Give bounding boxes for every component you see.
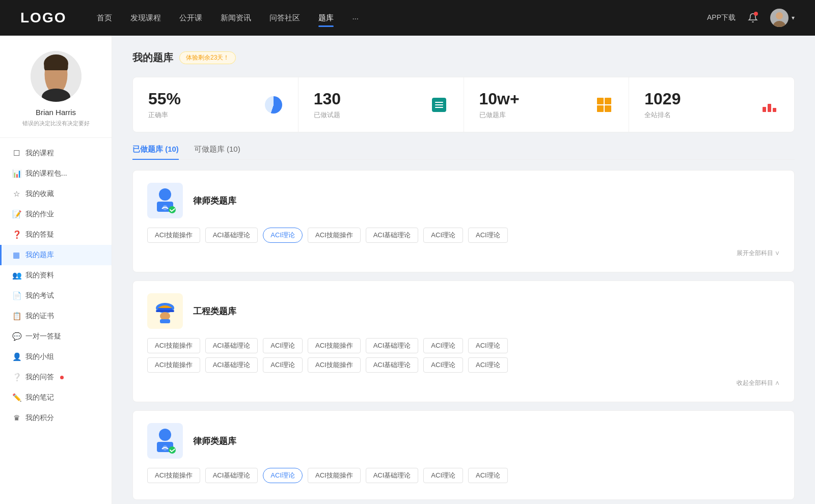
collapse-link-2[interactable]: 收起全部科目 ∧ — [147, 377, 780, 389]
bank-title-3: 律师类题库 — [193, 435, 236, 447]
svg-point-14 — [160, 312, 170, 320]
bank-card-3: 律师类题库 ACI技能操作 ACI基础理论 ACI理论 ACI技能操作 ACI基… — [132, 410, 795, 500]
stat-banks-done-label: 已做题库 — [479, 110, 520, 120]
tag-2-6[interactable]: ACI理论 — [423, 338, 463, 353]
stat-banks-done: 10w+ 已做题库 — [464, 77, 630, 132]
sidebar-menu: ☐ 我的课程 📊 我的课程包... ☆ 我的收藏 📝 我的作业 ❓ 我的答疑 ▦ — [0, 143, 112, 428]
nav-more[interactable]: ··· — [352, 12, 359, 24]
stat-accuracy-icon — [264, 96, 283, 114]
stat-bar-icon — [760, 96, 779, 114]
user-avatar-btn[interactable]: ▾ — [770, 9, 795, 27]
tag-2-7[interactable]: ACI理论 — [468, 338, 508, 353]
tab-available-banks[interactable]: 可做题库 (10) — [194, 145, 240, 159]
file-icon: ☐ — [12, 149, 20, 158]
tag-2-2[interactable]: ACI基础理论 — [205, 338, 258, 353]
sidebar-item-my-questions[interactable]: ❔ 我的问答 — [0, 367, 112, 387]
tag-2b-1[interactable]: ACI技能操作 — [147, 357, 200, 373]
sidebar-item-course-package[interactable]: 📊 我的课程包... — [0, 163, 112, 184]
file-text-icon: 📄 — [12, 291, 20, 300]
tag-2-1[interactable]: ACI技能操作 — [147, 338, 200, 353]
nav-menu: 首页 发现课程 公开课 新闻资讯 问答社区 题库 ··· — [97, 11, 707, 25]
expand-link-1[interactable]: 展开全部科目 ∨ — [147, 247, 780, 260]
sidebar-item-certificate[interactable]: 📋 我的证书 — [0, 306, 112, 326]
bank-card-1: 律师类题库 ACI技能操作 ACI基础理论 ACI理论 ACI技能操作 ACI基… — [132, 170, 795, 272]
stat-questions-done-label: 已做试题 — [314, 110, 341, 120]
sidebar-item-notes[interactable]: ✏️ 我的笔记 — [0, 387, 112, 408]
tag-2b-2[interactable]: ACI基础理论 — [205, 357, 258, 373]
tab-done-banks[interactable]: 已做题库 (10) — [132, 145, 179, 159]
sidebar-item-favorites[interactable]: ☆ 我的收藏 — [0, 184, 112, 204]
app-download-btn[interactable]: APP下载 — [707, 13, 736, 22]
sidebar-item-one-on-one[interactable]: 💬 一对一答疑 — [0, 326, 112, 347]
sidebar-item-my-courses[interactable]: ☐ 我的课程 — [0, 143, 112, 163]
stat-banks-done-value: 10w+ — [479, 90, 520, 108]
tag-1-5[interactable]: ACI基础理论 — [366, 228, 419, 243]
sidebar-item-question-bank[interactable]: ▦ 我的题库 — [0, 245, 112, 265]
tag-3-1[interactable]: ACI技能操作 — [147, 468, 200, 483]
tag-1-3[interactable]: ACI理论 — [263, 228, 303, 243]
tag-3-4[interactable]: ACI技能操作 — [308, 468, 361, 483]
tag-3-5[interactable]: ACI基础理论 — [366, 468, 419, 483]
tag-2b-5[interactable]: ACI基础理论 — [366, 357, 419, 373]
tag-2-4[interactable]: ACI技能操作 — [308, 338, 361, 353]
profile-motto: 错误的决定比没有决定要好 — [22, 120, 90, 127]
stat-ranking: 1029 全站排名 — [629, 77, 794, 132]
tag-3-6[interactable]: ACI理论 — [423, 468, 463, 483]
main-content: 我的题库 体验剩余23天！ 55% 正确率 130 已做试题 — [112, 36, 815, 504]
nav-open-course[interactable]: 公开课 — [179, 11, 202, 25]
note-icon: 📝 — [12, 210, 20, 219]
logo: LOGO — [20, 10, 66, 26]
avatar-chevron: ▾ — [792, 14, 795, 21]
tag-2b-7[interactable]: ACI理论 — [468, 357, 508, 373]
tag-2-5[interactable]: ACI基础理论 — [366, 338, 419, 353]
nav-question-bank[interactable]: 题库 — [318, 11, 334, 25]
sidebar-item-exam[interactable]: 📄 我的考试 — [0, 286, 112, 306]
sidebar-item-qa[interactable]: ❓ 我的答疑 — [0, 225, 112, 245]
sidebar-item-homework[interactable]: 📝 我的作业 — [0, 204, 112, 225]
nav-news[interactable]: 新闻资讯 — [221, 11, 251, 25]
bank-card-2: 工程类题库 ACI技能操作 ACI基础理论 ACI理论 ACI技能操作 ACI基… — [132, 281, 795, 402]
svg-rect-13 — [156, 310, 174, 312]
group-icon: 👤 — [12, 352, 20, 361]
tag-2b-6[interactable]: ACI理论 — [423, 357, 463, 373]
notification-dot — [754, 12, 758, 16]
nav-home[interactable]: 首页 — [97, 11, 112, 25]
tag-1-6[interactable]: ACI理论 — [423, 228, 463, 243]
tag-2-3[interactable]: ACI理论 — [263, 338, 303, 353]
bank-icon-lawyer-1 — [147, 183, 183, 218]
tag-3-2[interactable]: ACI基础理论 — [205, 468, 258, 483]
tag-1-1[interactable]: ACI技能操作 — [147, 228, 200, 243]
stat-grid-icon — [595, 96, 613, 114]
certificate-icon: 📋 — [12, 312, 20, 321]
tag-1-2[interactable]: ACI基础理论 — [205, 228, 258, 243]
bank-icon-engineer — [147, 293, 183, 329]
tag-1-7[interactable]: ACI理论 — [468, 228, 508, 243]
stat-accuracy: 55% 正确率 — [133, 77, 298, 132]
sidebar-item-profile[interactable]: 👥 我的资料 — [0, 265, 112, 286]
tag-3-3[interactable]: ACI理论 — [263, 468, 303, 483]
tag-1-4[interactable]: ACI技能操作 — [308, 228, 361, 243]
person-group-icon: 👥 — [12, 271, 20, 280]
sidebar-profile: Brian Harris 错误的决定比没有决定要好 — [0, 51, 112, 138]
nav-discover[interactable]: 发现课程 — [130, 11, 161, 25]
stat-list-icon — [430, 96, 448, 114]
svg-point-1 — [776, 12, 783, 19]
tag-2b-3[interactable]: ACI理论 — [263, 357, 303, 373]
stat-ranking-label: 全站排名 — [644, 110, 681, 120]
bank-tags-row-3: ACI技能操作 ACI基础理论 ACI理论 ACI技能操作 ACI基础理论 AC… — [147, 468, 780, 483]
nav-qa[interactable]: 问答社区 — [269, 11, 300, 25]
svg-point-16 — [159, 429, 171, 441]
tag-2b-4[interactable]: ACI技能操作 — [308, 357, 361, 373]
stat-questions-done-value: 130 — [314, 90, 341, 108]
stat-accuracy-label: 正确率 — [148, 110, 181, 120]
svg-point-7 — [159, 188, 171, 201]
star-icon: ☆ — [12, 189, 20, 199]
grid-orange-icon — [597, 98, 611, 112]
sidebar-item-groups[interactable]: 👤 我的小组 — [0, 347, 112, 367]
sidebar-item-points[interactable]: ♛ 我的积分 — [0, 408, 112, 428]
list-icon — [432, 98, 446, 112]
question-notification-dot — [60, 376, 64, 379]
tag-3-7[interactable]: ACI理论 — [468, 468, 508, 483]
notification-bell[interactable] — [746, 11, 760, 25]
navbar: LOGO 首页 发现课程 公开课 新闻资讯 问答社区 题库 ··· APP下载 — [0, 0, 815, 36]
